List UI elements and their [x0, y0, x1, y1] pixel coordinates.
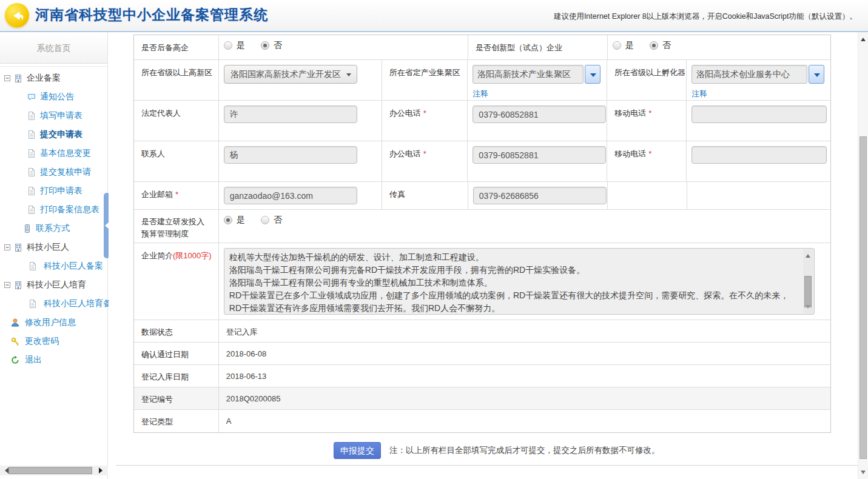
sidebar-horizontal-scrollbar[interactable]	[0, 466, 108, 475]
sidebar-item-contact-info[interactable]: 联系方式	[0, 219, 107, 238]
sidebar-item-label: 企业备案	[27, 73, 61, 84]
legal-mobile-input[interactable]	[691, 106, 827, 123]
sidebar-item-label: 提交复核申请	[40, 167, 91, 178]
rd-budget-no-radio[interactable]	[261, 216, 269, 224]
browser-notice: 建议使用Internet Explorer 8以上版本浏览器，开启Cookie和…	[554, 12, 857, 22]
fax-label: 传真	[389, 190, 405, 199]
row-data-status: 数据状态 登记入库	[134, 320, 830, 343]
collapse-minus-icon[interactable]	[2, 243, 12, 252]
scrollbar-thumb[interactable]	[804, 276, 812, 307]
sidebar-item-label: 联系方式	[36, 223, 70, 234]
company-profile-text: 粒机等大型传达加热干燥机的的研发、设计、加工制造和工程建设。 洛阳瑞岛干燥工程有…	[229, 252, 789, 313]
cluster-note-link[interactable]: 注释	[473, 89, 488, 99]
reserve-hitech-no-label: 否	[274, 40, 282, 50]
collapse-minus-icon[interactable]	[2, 73, 12, 83]
incubator-note-link[interactable]: 注释	[691, 89, 707, 99]
contact-office-phone-input[interactable]	[473, 146, 606, 164]
sidebar-item-logout[interactable]: 退出	[0, 350, 107, 369]
logout-icon	[10, 355, 20, 365]
bottom-divider	[116, 465, 860, 466]
scroll-right-arrow[interactable]	[99, 467, 106, 474]
innovative-no-radio[interactable]	[650, 41, 658, 50]
sidebar-item-tech-giant-cultivation-record[interactable]: 科技小巨人培育备案	[0, 294, 107, 313]
sidebar-item-label: 打印备案信息表	[40, 204, 99, 215]
sidebar-home[interactable]: 系统首页	[0, 32, 107, 64]
sidebar-item-tech-giant-record[interactable]: 科技小巨人备案	[0, 256, 107, 275]
textarea-scrollbar[interactable]	[803, 249, 813, 313]
email-label: 企业邮箱	[141, 190, 173, 199]
page-vertical-scrollbar[interactable]	[858, 32, 868, 479]
document-icon	[27, 167, 36, 177]
scrollbar-thumb[interactable]	[8, 467, 92, 474]
sidebar-item-label: 修改用户信息	[25, 317, 76, 328]
fax-input[interactable]	[473, 187, 607, 204]
row-email-fax: 企业邮箱* 传真	[134, 182, 830, 210]
cluster-select[interactable]: 洛阳高新技术产业集聚区	[473, 65, 601, 84]
cluster-value[interactable]: 洛阳高新技术产业集聚区	[473, 65, 584, 84]
data-status-value: 登记入库	[226, 327, 258, 337]
cluster-dropdown-button[interactable]	[585, 65, 601, 84]
innovative-yes-radio[interactable]	[613, 41, 621, 50]
rd-budget-yes-radio[interactable]	[224, 216, 232, 224]
email-input[interactable]	[224, 187, 357, 204]
hitech-zone-value: 洛阳国家高新技术产业开发区	[230, 69, 341, 79]
contact-mobile-input[interactable]	[691, 146, 827, 164]
sidebar-item-label: 更改密码	[25, 336, 59, 347]
document-icon	[28, 299, 38, 309]
data-status-label: 数据状态	[141, 327, 173, 337]
reserve-hitech-yes-radio[interactable]	[224, 41, 232, 50]
contact-input[interactable]	[224, 146, 357, 164]
sidebar-item-basic-info-change[interactable]: 基本信息变更	[0, 144, 107, 162]
scrollbar-thumb[interactable]	[860, 136, 867, 459]
legal-office-phone-input[interactable]	[473, 106, 606, 123]
sidebar-item-submit-application[interactable]: 提交申请表	[0, 125, 107, 144]
document-icon	[27, 130, 36, 139]
hitech-zone-label: 所在省级以上高新区	[141, 68, 212, 77]
scroll-up-arrow[interactable]	[806, 252, 810, 258]
sidebar-item-label: 科技小巨人备案	[44, 261, 103, 272]
row-reserve-hitech: 是否后备高企 是否 是否创新型（试点）企业 是否	[134, 35, 830, 60]
incubator-dropdown-button[interactable]	[809, 65, 824, 84]
sidebar-group-tech-giant[interactable]: 科技小巨人	[0, 238, 107, 256]
header: 河南省科技型中小企业备案管理系统 建议使用Internet Explorer 8…	[0, 0, 868, 31]
scroll-down-arrow[interactable]	[806, 305, 810, 311]
confirm-date-value: 2018-06-08	[226, 349, 267, 358]
collapse-minus-icon[interactable]	[2, 280, 12, 290]
sidebar-group-enterprise-record[interactable]: 企业备案	[0, 69, 107, 87]
building-icon	[13, 243, 23, 252]
scroll-up-arrow[interactable]	[861, 35, 866, 41]
sidebar-item-fill-application[interactable]: 填写申请表	[0, 106, 107, 125]
required-mark: *	[648, 149, 651, 158]
document-icon	[27, 186, 36, 196]
scroll-down-arrow[interactable]	[861, 471, 866, 477]
sidebar-group-tech-giant-cultivation[interactable]: 科技小巨人培育	[0, 275, 107, 294]
reserve-hitech-no-radio[interactable]	[261, 41, 269, 50]
required-mark: *	[423, 149, 426, 158]
submit-button[interactable]: 申报提交	[334, 442, 381, 459]
profile-limit-label: (限1000字)	[173, 251, 212, 260]
sidebar-item-notices[interactable]: 通知公告	[0, 87, 107, 106]
row-confirm-date: 确认通过日期 2018-06-08	[134, 343, 830, 365]
hitech-zone-select[interactable]: 洛阳国家高新技术产业开发区	[224, 65, 357, 84]
company-profile-textarea[interactable]: 粒机等大型传达加热干燥机的的研发、设计、加工制造和工程建设。 洛阳瑞岛干燥工程有…	[224, 248, 815, 315]
sidebar-item-edit-user-info[interactable]: 修改用户信息	[0, 313, 107, 332]
register-no-value: 2018Q0200085	[226, 394, 281, 403]
sidebar-item-change-password[interactable]: 更改密码	[0, 332, 107, 350]
row-company-profile: 企业简介(限1000字) 粒机等大型传达加热干燥机的的研发、设计、加工制造和工程…	[134, 243, 830, 320]
building-icon	[13, 73, 23, 83]
scroll-left-arrow[interactable]	[2, 467, 8, 474]
rd-budget-yes-label: 是	[237, 215, 245, 224]
sidebar-item-submit-review[interactable]: 提交复核申请	[0, 162, 107, 181]
innovative-no-label: 否	[662, 40, 671, 50]
sidebar-item-print-application[interactable]: 打印申请表	[0, 181, 107, 200]
contact-mobile-label: 移动电话	[614, 149, 646, 158]
sidebar-item-label: 基本信息变更	[40, 148, 91, 159]
sidebar-item-label: 打印申请表	[40, 186, 82, 196]
required-mark: *	[423, 109, 426, 118]
incubator-select[interactable]: 洛阳高技术创业服务中心	[691, 65, 824, 84]
sidebar-item-label: 科技小巨人培育	[27, 280, 86, 290]
row-register-type: 登记类型 A	[134, 410, 830, 432]
sidebar-item-print-record-info[interactable]: 打印备案信息表	[0, 200, 107, 219]
incubator-value[interactable]: 洛阳高技术创业服务中心	[691, 65, 807, 84]
legal-rep-input[interactable]	[224, 106, 357, 123]
